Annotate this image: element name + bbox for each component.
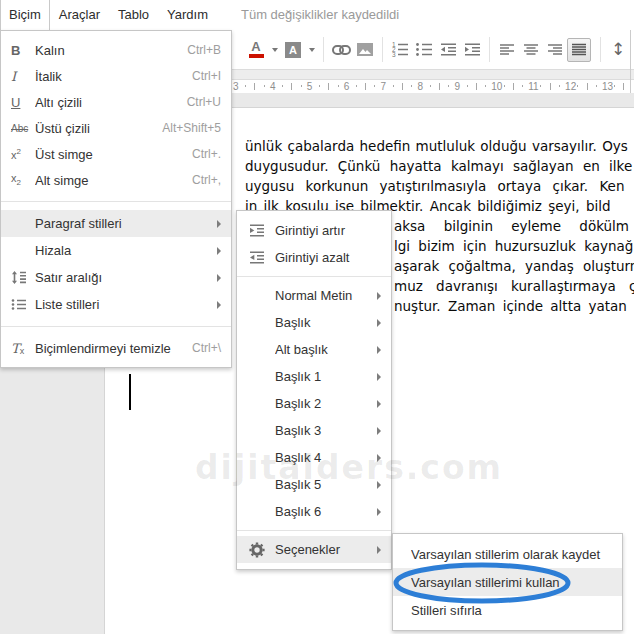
menu-item-label: Başlık 3 <box>275 423 369 438</box>
submenu-arrow-icon <box>377 481 381 489</box>
menu-item-label: Normal Metin <box>275 288 369 303</box>
submenu-arrow-icon <box>377 546 381 554</box>
menu-item-list-styles[interactable]: Liste stilleri <box>1 291 231 318</box>
arrow-down-icon <box>272 48 278 52</box>
menu-item-label: Başlık 6 <box>275 504 369 519</box>
svg-text:3: 3 <box>392 51 396 57</box>
italic-icon: I <box>11 69 35 84</box>
menu-item-shortcut: Ctrl+. <box>192 147 221 161</box>
menu-item-heading-5[interactable]: Başlık 5 <box>237 471 391 498</box>
format-menu-dropdown: BKalınCtrl+BIİtalikCtrl+IUAltı çiziliCtr… <box>0 30 232 368</box>
menu-separator <box>237 530 391 531</box>
save-status: Tüm değişiklikler kaydedildi <box>241 0 399 30</box>
ruler-number: 8 <box>418 81 424 92</box>
align-center-button[interactable] <box>519 37 543 63</box>
menu-item-label: Girintiyi artır <box>275 223 381 238</box>
highlight-icon: A <box>285 42 301 58</box>
menu-item-normal-text[interactable]: Normal Metin <box>237 282 391 309</box>
bold-icon: B <box>11 43 35 58</box>
menu-separator <box>1 326 231 327</box>
menu-separator <box>1 201 231 202</box>
menu-item-superscript[interactable]: x2Üst simgeCtrl+. <box>1 141 231 167</box>
menu-item-label: Stilleri sıfırla <box>411 603 610 618</box>
menu-item-shortcut: Ctrl+B <box>187 43 221 57</box>
line-spacing-button[interactable]: ↕ <box>606 37 630 63</box>
ruler-tick <box>614 85 615 87</box>
text-color-button[interactable]: A <box>244 37 268 63</box>
menu-item-heading-4[interactable]: Başlık 4 <box>237 444 391 471</box>
menu-item-heading-6[interactable]: Başlık 6 <box>237 498 391 525</box>
submenu-arrow-icon <box>377 454 381 462</box>
ruler-tick <box>393 85 394 87</box>
menu-separator <box>237 276 391 277</box>
menu-item-label: Paragraf stilleri <box>35 216 209 231</box>
ruler-number: 7 <box>381 81 387 92</box>
ruler-tick <box>430 85 431 87</box>
ruler-number: 10 <box>491 81 502 92</box>
strikethrough-icon: Abc <box>11 123 35 134</box>
decrease-indent-button[interactable] <box>436 37 460 63</box>
menu-item-heading-1[interactable]: Başlık 1 <box>237 363 391 390</box>
menubar-item-tablo[interactable]: Tablo <box>109 0 158 30</box>
link-icon <box>332 44 351 56</box>
menubar-item-araclar[interactable]: Araçlar <box>50 0 109 30</box>
menu-item-heading-2[interactable]: Başlık 2 <box>237 390 391 417</box>
menu-item-line-spacing[interactable]: Satır aralığı <box>1 264 231 291</box>
menu-item-save-as-my-default-styles[interactable]: Varsayılan stillerim olarak kaydet <box>393 540 622 568</box>
ruler-number: 9 <box>454 81 460 92</box>
menu-item-use-my-default-styles[interactable]: Varsayılan stillerimi kullan <box>393 568 622 596</box>
menu-item-paragraph-styles[interactable]: Paragraf stilleri <box>1 210 231 237</box>
menu-item-heading-3[interactable]: Başlık 3 <box>237 417 391 444</box>
ruler-tick <box>254 83 255 90</box>
menu-item-underline[interactable]: UAltı çiziliCtrl+U <box>1 89 231 115</box>
ruler-number: 3 <box>233 81 239 92</box>
submenu-arrow-icon <box>377 373 381 381</box>
ruler-tick <box>587 83 588 90</box>
justify-button[interactable] <box>567 38 591 62</box>
subscript-icon: x2 <box>11 172 35 187</box>
toolbar-separator <box>323 37 324 62</box>
highlight-color-button[interactable]: A <box>281 37 305 63</box>
menu-item-clear-formatting[interactable]: TxBiçimlendirmeyi temizleCtrl+\ <box>1 335 231 361</box>
menu-item-increase-indent[interactable]: Girintiyi artır <box>237 217 391 244</box>
menu-item-subscript[interactable]: x2Alt simgeCtrl+, <box>1 167 231 193</box>
ruler-number: 12 <box>565 81 576 92</box>
menu-item-label: Varsayılan stillerimi kullan <box>411 575 610 590</box>
menubar-item-bicim[interactable]: Biçim <box>0 0 50 30</box>
text-cursor <box>129 374 131 410</box>
toolbar: AA123↕ <box>232 30 630 69</box>
ruler-tick <box>467 85 468 87</box>
ruler-number: 11 <box>528 81 538 92</box>
menu-item-label: Altı çizili <box>35 95 177 110</box>
text-color-arrow-button[interactable] <box>268 37 281 63</box>
insert-link-button[interactable] <box>329 37 353 63</box>
menu-item-strikethrough[interactable]: AbcÜstü çiziliAlt+Shift+5 <box>1 115 231 141</box>
menu-item-label: Alt başlık <box>275 342 369 357</box>
menu-item-reset-styles[interactable]: Stilleri sıfırla <box>393 596 622 624</box>
menubar-item-yardim[interactable]: Yardım <box>158 0 217 30</box>
menu-item-bold[interactable]: BKalınCtrl+B <box>1 37 231 63</box>
ruler-tick <box>245 85 246 87</box>
ruler-tick <box>522 85 523 87</box>
ruler-tick <box>319 85 320 87</box>
menu-item-label: Biçimlendirmeyi temizle <box>35 341 182 356</box>
align-right-button[interactable] <box>543 37 567 63</box>
menu-item-decrease-indent[interactable]: Girintiyi azalt <box>237 244 391 271</box>
menu-item-subtitle[interactable]: Alt başlık <box>237 336 391 363</box>
ruler-number: 4 <box>270 81 276 92</box>
ruler-number: 6 <box>344 81 350 92</box>
highlight-color-arrow-button[interactable] <box>305 37 318 63</box>
menu-item-title[interactable]: Başlık <box>237 309 391 336</box>
bulleted-list-button[interactable] <box>412 37 436 63</box>
menu-item-shortcut: Ctrl+U <box>187 95 221 109</box>
insert-image-button[interactable] <box>353 37 377 63</box>
menu-item-align[interactable]: Hizala <box>1 237 231 264</box>
toolbar-right-border <box>630 30 631 93</box>
menu-item-options[interactable]: Seçenekler <box>237 536 391 563</box>
increase-indent-button[interactable] <box>460 37 484 63</box>
menu-item-italic[interactable]: IİtalikCtrl+I <box>1 63 231 89</box>
menu-item-label: Başlık 4 <box>275 450 369 465</box>
align-left-button[interactable] <box>495 37 519 63</box>
submenu-arrow-icon <box>377 292 381 300</box>
numbered-list-button[interactable]: 123 <box>388 37 412 63</box>
